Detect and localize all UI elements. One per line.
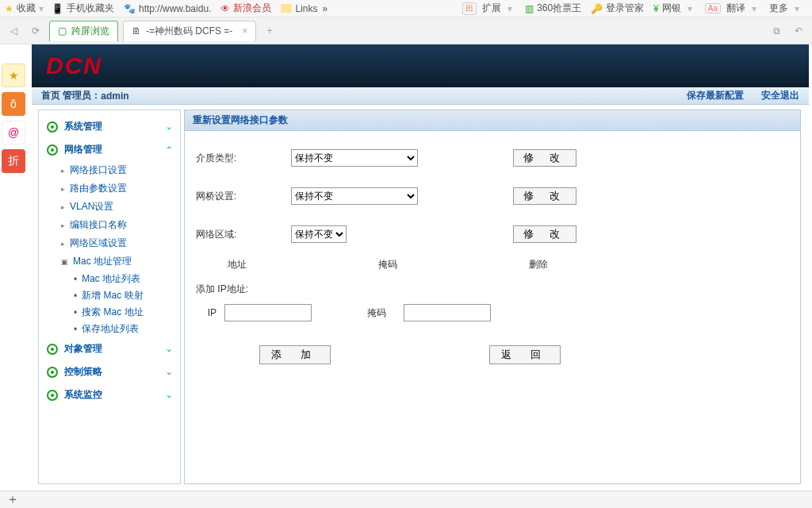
new-window-icon[interactable]: ＋	[6, 491, 19, 508]
sidebar-item-mac-search[interactable]: 搜索 Mac 地址	[74, 304, 180, 321]
discount-icon[interactable]: 折	[2, 149, 25, 173]
window-restore-icon[interactable]: ⧉	[768, 22, 785, 40]
col-addr: 地址	[228, 258, 378, 271]
sidebar-item-zone[interactable]: 网络区域设置	[61, 234, 180, 252]
admin-label: 管理员：	[63, 89, 101, 102]
banner: DCN	[32, 44, 809, 87]
toolbar-translate[interactable]: Aa翻译▾	[705, 2, 760, 15]
chevron-down-icon: ⌄	[166, 391, 172, 399]
zone-select[interactable]: 保持不变	[291, 225, 347, 243]
toolbar-login-mgr[interactable]: 🔑登录管家	[591, 2, 644, 15]
sidebar-item-mac[interactable]: Mac 地址管理	[61, 252, 180, 271]
mask-label: 掩码	[367, 306, 396, 320]
status-bar: ＋	[0, 491, 812, 508]
logo: DCN	[46, 52, 102, 79]
close-icon[interactable]: ×	[242, 25, 247, 37]
sidebar-item-system[interactable]: 系统管理⌄	[39, 115, 180, 138]
bookmark-links[interactable]: Links	[281, 3, 317, 14]
modify-zone-button[interactable]: 修 改	[513, 225, 576, 243]
sidebar-item-route[interactable]: 路由参数设置	[61, 179, 180, 198]
add-ip-label: 添加 IP地址:	[196, 279, 789, 304]
browser-bookmarks-bar: ★ 收藏 ▾ 📱手机收藏夹 🐾http://www.baidu. 👁新浪会员 L…	[0, 0, 812, 17]
chevron-down-icon: ⌄	[166, 344, 172, 353]
browser-tabs-bar: ◁ ⟳ ▢跨屏浏览 🗎-=神州数码 DCFS =-× ＋ ⧉ ↶	[0, 17, 812, 44]
add-button[interactable]: 添 加	[259, 345, 331, 364]
bookmarks-label[interactable]: 收藏	[17, 2, 36, 15]
weibo-icon[interactable]: ô	[2, 92, 25, 116]
bookmarks-overflow[interactable]: »	[322, 3, 327, 14]
modify-bridge-button[interactable]: 修 改	[513, 187, 576, 205]
fav-star-icon[interactable]: ★	[2, 64, 25, 87]
sidebar-item-editname[interactable]: 编辑接口名称	[61, 216, 180, 234]
col-mask: 掩码	[378, 258, 529, 271]
ip-input[interactable]	[224, 304, 312, 321]
sidebar: 系统管理⌄ 网络管理⌃ 网络接口设置 路由参数设置 VLAN设置 编辑接口名称 …	[38, 110, 181, 484]
app-frame: DCN 首页 管理员： admin 保存最新配置 安全退出 系统管理⌄ 网络管理…	[32, 44, 809, 489]
main-panel: 重新设置网络接口参数 介质类型: 保持不变 修 改 网桥设置: 保持不变 修 改…	[184, 110, 801, 484]
sidebar-item-object[interactable]: 对象管理⌄	[39, 337, 180, 360]
tab-dcfs[interactable]: 🗎-=神州数码 DCFS =-×	[123, 21, 256, 41]
bookmark-sina[interactable]: 👁新浪会员	[220, 2, 271, 15]
bookmark-baidu[interactable]: 🐾http://www.baidu.	[124, 3, 211, 14]
modify-media-button[interactable]: 修 改	[513, 149, 576, 167]
sidebar-item-iface[interactable]: 网络接口设置	[61, 161, 180, 179]
toolbar-ext[interactable]: 田扩展▾	[462, 2, 515, 15]
logout-link[interactable]: 安全退出	[761, 89, 799, 102]
new-tab-icon[interactable]: ＋	[261, 22, 278, 40]
mask-input[interactable]	[404, 304, 491, 321]
bridge-select[interactable]: 保持不变	[291, 187, 418, 205]
toolbar-more[interactable]: 更多▾	[769, 2, 802, 15]
chevron-down-icon: ⌄	[166, 368, 172, 376]
chevron-up-icon: ⌃	[166, 145, 172, 154]
toolbar-piao[interactable]: ▥360抢票王	[525, 2, 581, 15]
at-icon[interactable]: @	[2, 121, 25, 144]
home-link[interactable]: 首页	[41, 89, 60, 102]
back-button[interactable]: 返 回	[489, 345, 561, 364]
sidebar-item-mac-list[interactable]: Mac 地址列表	[74, 271, 180, 287]
sidebar-item-vlan[interactable]: VLAN设置	[61, 198, 180, 216]
bridge-label: 网桥设置:	[196, 190, 291, 203]
zone-label: 网络区域:	[196, 228, 291, 241]
undo-icon[interactable]: ↶	[790, 22, 807, 40]
bookmark-mobile[interactable]: 📱手机收藏夹	[52, 2, 114, 15]
nav-refresh-icon[interactable]: ⟳	[27, 22, 44, 40]
floating-toolbar: ★ ô @ 折	[2, 64, 25, 173]
nav-back-icon[interactable]: ◁	[5, 22, 22, 40]
sidebar-item-mac-add[interactable]: 新增 Mac 映射	[74, 287, 180, 304]
tab-crossscreen[interactable]: ▢跨屏浏览	[49, 21, 118, 41]
media-type-select[interactable]: 保持不变	[291, 149, 418, 167]
sidebar-item-network[interactable]: 网络管理⌃	[39, 138, 180, 161]
panel-title: 重新设置网络接口参数	[185, 110, 800, 131]
chevron-down-icon: ⌄	[166, 122, 172, 131]
media-type-label: 介质类型:	[196, 152, 291, 165]
toolbar-bank[interactable]: ¥网银▾	[653, 2, 695, 15]
sidebar-item-mac-save[interactable]: 保存地址列表	[74, 321, 180, 337]
sidebar-item-monitor[interactable]: 系统监控⌄	[39, 383, 180, 406]
admin-name: admin	[101, 90, 128, 102]
ip-label: IP	[196, 307, 216, 318]
save-config-link[interactable]: 保存最新配置	[687, 89, 744, 102]
topbar: 首页 管理员： admin 保存最新配置 安全退出	[32, 87, 809, 105]
col-del: 删除	[529, 258, 680, 271]
ip-table-header: 地址 掩码 删除	[196, 253, 789, 279]
favorites-icon[interactable]: ★	[5, 3, 13, 14]
sidebar-item-policy[interactable]: 控制策略⌄	[39, 360, 180, 383]
